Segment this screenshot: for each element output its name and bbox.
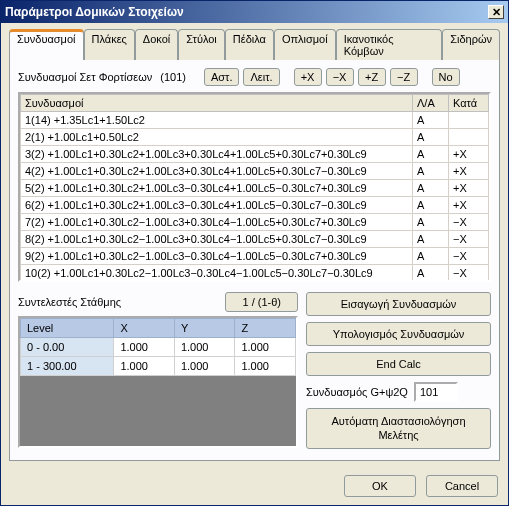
loadset-label: Συνδυασμοί Σετ Φορτίσεων [18,71,152,83]
cell-level: 0 - 0.00 [21,338,114,357]
table-row[interactable]: 5(2) +1.00Lc1+0.30Lc2+1.00Lc3−0.30Lc4+1.… [21,180,489,197]
table-row[interactable]: 2(1) +1.00Lc1+0.50Lc2A [21,129,489,146]
cell-z: 1.000 [235,357,296,376]
cell-la: A [413,265,449,282]
cell-level: 1 - 300.00 [21,357,114,376]
cell-z: 1.000 [235,338,296,357]
tab-columns[interactable]: Στύλοι [178,29,225,60]
cell-kata [449,112,489,129]
gpsi2q-input[interactable] [414,382,458,402]
lcol-y[interactable]: Y [174,319,235,338]
table-row[interactable]: 7(2) +1.00Lc1+0.30Lc2−1.00Lc3+0.30Lc4−1.… [21,214,489,231]
loadset-count: (101) [160,71,186,83]
cell-la: A [413,129,449,146]
lcol-x[interactable]: X [114,319,175,338]
leit-button[interactable]: Λειτ. [243,68,279,86]
cell-la: A [413,197,449,214]
ok-button[interactable]: OK [344,475,416,497]
minus-x-button[interactable]: −X [326,68,354,86]
cell-la: A [413,180,449,197]
cell-la: A [413,146,449,163]
footer: OK Cancel [1,467,508,505]
cell-kata: +X [449,146,489,163]
theta-button[interactable]: 1 / (1-θ) [225,292,298,312]
import-combos-button[interactable]: Εισαγωγή Συνδυασμών [306,292,491,316]
cell-kata: −X [449,214,489,231]
tab-footings[interactable]: Πέδιλα [225,29,274,60]
combinations-grid: Συνδυασμοί Λ/Α Κατά 1(14) +1.35Lc1+1.50L… [20,94,489,282]
combinations-grid-wrap[interactable]: Συνδυασμοί Λ/Α Κατά 1(14) +1.35Lc1+1.50L… [18,92,491,282]
left-column: Συντελεστές Στάθμης 1 / (1-θ) Level X Y [18,292,298,449]
gpsi2q-label: Συνδυασμός G+ψ2Q [306,386,408,398]
plus-x-button[interactable]: +X [294,68,322,86]
cell-x: 1.000 [114,338,175,357]
lower-area: Συντελεστές Στάθμης 1 / (1-θ) Level X Y [18,292,491,449]
level-grid-wrap[interactable]: Level X Y Z 0 - 0.001.0001.0001.0001 - 3… [18,316,298,448]
cell-kata: +X [449,163,489,180]
table-row[interactable]: 3(2) +1.00Lc1+0.30Lc2+1.00Lc3+0.30Lc4+1.… [21,146,489,163]
lcol-z[interactable]: Z [235,319,296,338]
lcol-level[interactable]: Level [21,319,114,338]
toolbar: Συνδυασμοί Σετ Φορτίσεων (101) Αστ. Λειτ… [18,68,491,86]
col-kata[interactable]: Κατά [449,95,489,112]
cell-la: A [413,248,449,265]
table-row[interactable]: 8(2) +1.00Lc1+0.30Lc2−1.00Lc3+0.30Lc4−1.… [21,231,489,248]
table-row[interactable]: 6(2) +1.00Lc1+0.30Lc2+1.00Lc3−0.30Lc4+1.… [21,197,489,214]
tab-capacity[interactable]: Ικανοτικός Κόμβων [336,29,442,60]
col-combo[interactable]: Συνδυασμοί [21,95,413,112]
level-row[interactable]: 0 - 0.001.0001.0001.000 [21,338,296,357]
content-area: Συνδυασμοί Πλάκες Δοκοί Στύλοι Πέδιλα Οπ… [1,23,508,467]
plus-z-button[interactable]: +Z [358,68,386,86]
cell-combo: 2(1) +1.00Lc1+0.50Lc2 [21,129,413,146]
col-la[interactable]: Λ/Α [413,95,449,112]
cell-la: A [413,163,449,180]
close-button[interactable]: ✕ [488,5,504,19]
level-row[interactable]: 1 - 300.001.0001.0001.000 [21,357,296,376]
table-row[interactable]: 4(2) +1.00Lc1+0.30Lc2+1.00Lc3+0.30Lc4+1.… [21,163,489,180]
no-button[interactable]: No [432,68,460,86]
tab-reinf[interactable]: Οπλισμοί [274,29,336,60]
table-row[interactable]: 10(2) +1.00Lc1+0.30Lc2−1.00Lc3−0.30Lc4−1… [21,265,489,282]
cancel-button[interactable]: Cancel [426,475,498,497]
cell-kata: +X [449,180,489,197]
right-column: Εισαγωγή Συνδυασμών Υπολογισμός Συνδυασμ… [306,292,491,449]
cell-combo: 4(2) +1.00Lc1+0.30Lc2+1.00Lc3+0.30Lc4+1.… [21,163,413,180]
cell-combo: 7(2) +1.00Lc1+0.30Lc2−1.00Lc3+0.30Lc4−1.… [21,214,413,231]
level-factors-label: Συντελεστές Στάθμης [18,296,121,308]
ast-button[interactable]: Αστ. [204,68,240,86]
tab-combinations[interactable]: Συνδυασμοί [9,29,84,60]
dialog-window: Παράμετροι Δομικών Στοιχείων ✕ Συνδυασμο… [0,0,509,506]
tab-slabs[interactable]: Πλάκες [84,29,135,60]
cell-la: A [413,214,449,231]
cell-la: A [413,112,449,129]
cell-kata: −X [449,248,489,265]
cell-y: 1.000 [174,357,235,376]
cell-x: 1.000 [114,357,175,376]
cell-combo: 5(2) +1.00Lc1+0.30Lc2+1.00Lc3−0.30Lc4+1.… [21,180,413,197]
level-header: Συντελεστές Στάθμης 1 / (1-θ) [18,292,298,312]
gpsi2q-row: Συνδυασμός G+ψ2Q [306,382,491,402]
table-row[interactable]: 1(14) +1.35Lc1+1.50Lc2A [21,112,489,129]
tab-steel[interactable]: Σιδηρών [442,29,500,60]
cell-kata [449,129,489,146]
close-icon: ✕ [492,7,501,18]
grid-header-row: Συνδυασμοί Λ/Α Κατά [21,95,489,112]
level-grid: Level X Y Z 0 - 0.001.0001.0001.0001 - 3… [20,318,296,376]
minus-z-button[interactable]: −Z [390,68,418,86]
tab-beams[interactable]: Δοκοί [135,29,178,60]
titlebar: Παράμετροι Δομικών Στοιχείων ✕ [1,1,508,23]
cell-combo: 9(2) +1.00Lc1+0.30Lc2−1.00Lc3−0.30Lc4−1.… [21,248,413,265]
end-calc-button[interactable]: End Calc [306,352,491,376]
auto-dimensioning-button[interactable]: Αυτόματη Διαστασιολόγηση Μελέτης [306,408,491,449]
calc-combos-button[interactable]: Υπολογισμός Συνδυασμών [306,322,491,346]
cell-y: 1.000 [174,338,235,357]
cell-combo: 8(2) +1.00Lc1+0.30Lc2−1.00Lc3+0.30Lc4−1.… [21,231,413,248]
level-header-row: Level X Y Z [21,319,296,338]
table-row[interactable]: 9(2) +1.00Lc1+0.30Lc2−1.00Lc3−0.30Lc4−1.… [21,248,489,265]
cell-combo: 6(2) +1.00Lc1+0.30Lc2+1.00Lc3−0.30Lc4+1.… [21,197,413,214]
tabstrip: Συνδυασμοί Πλάκες Δοκοί Στύλοι Πέδιλα Οπ… [9,29,500,60]
cell-la: A [413,231,449,248]
cell-kata: −X [449,231,489,248]
window-title: Παράμετροι Δομικών Στοιχείων [5,5,488,19]
cell-kata: −X [449,265,489,282]
